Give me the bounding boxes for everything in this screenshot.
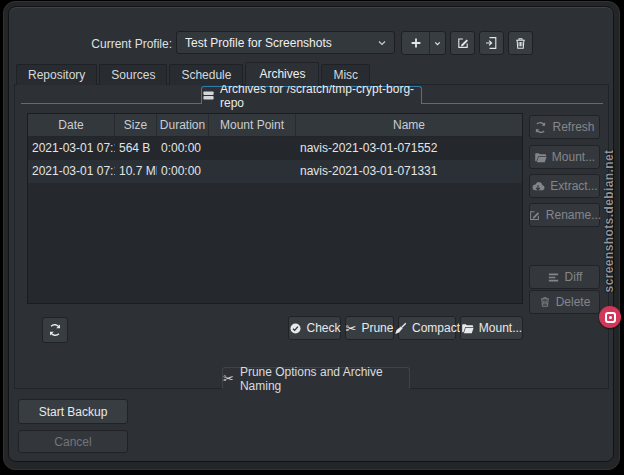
tab-archives[interactable]: Archives <box>245 62 319 86</box>
rename-archive-button[interactable]: Rename... <box>529 203 600 227</box>
current-profile-label: Current Profile: <box>56 37 172 51</box>
delete-profile-button[interactable] <box>508 31 533 55</box>
archives-table-header: Date Size Duration Mount Point Name <box>28 114 522 137</box>
prune-options-label: Prune Options and Archive Naming <box>240 365 409 393</box>
cell-size: 10.7 MB <box>115 160 157 183</box>
cloud-download-icon <box>531 180 545 193</box>
tab-sources[interactable]: Sources <box>99 64 167 85</box>
prune-button[interactable]: ✂ Prune <box>345 316 394 340</box>
column-header-duration[interactable]: Duration <box>157 114 209 136</box>
rename-label: Rename... <box>546 208 601 222</box>
profile-select[interactable]: Test Profile for Screenshots <box>176 31 395 54</box>
mount-button[interactable]: Mount... <box>460 316 523 340</box>
camera-ring <box>605 312 616 323</box>
document-arrow-icon <box>485 36 499 50</box>
tab-repository[interactable]: Repository <box>16 64 97 85</box>
export-profile-button[interactable] <box>479 31 504 55</box>
cell-duration: 0:00:00 <box>157 160 209 183</box>
column-header-mount-point[interactable]: Mount Point <box>209 114 296 136</box>
add-profile-button[interactable] <box>401 31 446 55</box>
table-row[interactable]: 2021-03-01 07:13 10.7 MB 0:00:00 navis-2… <box>28 160 522 183</box>
folder-icon <box>461 322 474 335</box>
refresh-archives-button[interactable]: Refresh <box>529 115 600 139</box>
start-backup-button[interactable]: Start Backup <box>18 399 128 424</box>
cancel-label: Cancel <box>54 435 91 449</box>
column-header-name[interactable]: Name <box>296 114 522 136</box>
refresh-list-button[interactable] <box>42 317 68 343</box>
extract-label: Extract... <box>550 179 597 193</box>
camera-badge-icon <box>599 306 621 328</box>
extract-archive-button[interactable]: Extract... <box>529 174 600 198</box>
add-profile-menu-arrow[interactable] <box>430 32 445 54</box>
cell-duration: 0:00:00 <box>157 137 209 160</box>
column-header-date[interactable]: Date <box>28 114 115 136</box>
scissors-icon: ✂ <box>346 322 357 335</box>
cell-mount-point <box>209 137 296 160</box>
scissors-icon: ✂ <box>223 372 234 385</box>
prune-label: Prune <box>361 321 393 335</box>
edit-profile-button[interactable] <box>450 31 475 55</box>
check-circle-icon <box>289 322 302 335</box>
cell-date: 2021-03-01 07:15 <box>28 137 115 160</box>
cancel-button[interactable]: Cancel <box>18 430 128 453</box>
camera-dot <box>609 316 612 319</box>
trash-icon <box>539 296 551 308</box>
chevron-down-icon <box>376 37 388 49</box>
cell-date: 2021-03-01 07:13 <box>28 160 115 183</box>
cell-mount-point <box>209 160 296 183</box>
folder-icon <box>534 151 547 164</box>
edit-icon <box>456 36 470 50</box>
trash-icon <box>514 37 527 50</box>
refresh-icon <box>48 323 62 337</box>
main-tab-bar: Repository Sources Schedule Archives Mis… <box>16 61 372 85</box>
cell-name: navis-2021-03-01-071331 <box>296 160 522 183</box>
mount-bottom-label: Mount... <box>479 321 522 335</box>
compact-label: Compact <box>412 321 460 335</box>
profile-select-value: Test Profile for Screenshots <box>185 36 376 50</box>
cell-name: navis-2021-03-01-071552 <box>296 137 522 160</box>
prune-options-section-tab[interactable]: ✂ Prune Options and Archive Naming <box>222 367 410 389</box>
start-backup-label: Start Backup <box>39 405 108 419</box>
screen: Current Profile: Test Profile for Screen… <box>0 0 624 475</box>
archives-table: Date Size Duration Mount Point Name 2021… <box>27 113 523 304</box>
delete-label: Delete <box>556 295 591 309</box>
diff-archives-button[interactable]: Diff <box>529 265 600 289</box>
check-button[interactable]: Check <box>288 316 341 340</box>
cell-size: 564 B <box>115 137 157 160</box>
compact-button[interactable]: Compact <box>398 316 456 340</box>
diff-bars-icon <box>547 271 560 284</box>
diff-label: Diff <box>565 270 583 284</box>
column-header-size[interactable]: Size <box>115 114 157 136</box>
plus-icon[interactable] <box>402 32 430 54</box>
broom-icon <box>394 322 407 335</box>
delete-archive-button[interactable]: Delete <box>529 290 600 314</box>
watermark-text: screenshots.debian.net <box>602 150 616 293</box>
mount-label: Mount... <box>552 150 595 164</box>
refresh-label: Refresh <box>552 120 594 134</box>
edit-icon <box>528 209 541 222</box>
tab-schedule[interactable]: Schedule <box>169 64 243 85</box>
tab-misc[interactable]: Misc <box>321 64 370 85</box>
refresh-icon <box>534 121 547 134</box>
archives-repo-header-tab[interactable]: Archives for /scratch/tmp-crypt-borg-rep… <box>201 86 422 104</box>
check-label: Check <box>307 321 341 335</box>
mount-archive-button[interactable]: Mount... <box>529 145 600 169</box>
archives-stack-icon <box>202 89 215 102</box>
table-row[interactable]: 2021-03-01 07:15 564 B 0:00:00 navis-202… <box>28 137 522 160</box>
